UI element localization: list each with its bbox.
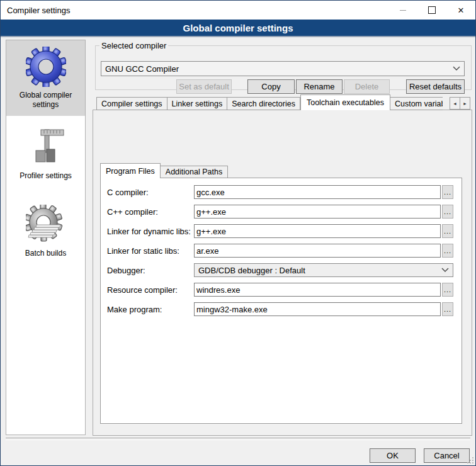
compiler-buttons-row: Set as default Copy Rename Delete Reset … <box>176 79 465 94</box>
cancel-button[interactable]: Cancel <box>424 448 470 463</box>
sidebar: Global compiler settings Profiler settin… <box>6 40 86 435</box>
resize-grip[interactable] <box>467 457 473 463</box>
field-row-debugger: Debugger: GDB/CDB debugger : Default <box>107 263 453 277</box>
tab-scroll-right-button[interactable]: ► <box>460 97 470 110</box>
dynamic-linker-input[interactable]: g++.exe <box>194 224 441 238</box>
blue-gear-icon <box>26 47 66 87</box>
selected-compiler-legend: Selected compiler <box>99 41 168 50</box>
debugger-select-value: GDB/CDB debugger : Default <box>198 266 441 275</box>
reset-defaults-button[interactable]: Reset defaults <box>406 79 465 94</box>
field-row-dynamic-linker: Linker for dynamic libs: g++.exe ... <box>107 224 453 238</box>
compiler-settings-dialog: Compiler settings ✕ Global compiler sett… <box>0 0 476 466</box>
subtab-program-files[interactable]: Program Files <box>100 163 161 178</box>
sidebar-item-label: Batch builds <box>21 249 70 258</box>
field-label: C++ compiler: <box>107 207 194 217</box>
tab-search-directories[interactable]: Search directories <box>227 97 300 110</box>
resource-compiler-input[interactable]: windres.exe <box>194 283 441 297</box>
make-program-input[interactable]: mingw32-make.exe <box>194 302 441 316</box>
chevron-down-icon <box>453 66 460 71</box>
tab-linker-settings[interactable]: Linker settings <box>167 97 228 110</box>
window-title: Compiler settings <box>1 6 388 15</box>
batch-builds-icon <box>26 205 66 245</box>
field-row-make-program: Make program: mingw32-make.exe ... <box>107 302 453 316</box>
field-label: Debugger: <box>107 266 194 275</box>
tab-scroll-left-button[interactable]: ◄ <box>450 97 460 110</box>
field-label: Make program: <box>107 305 194 314</box>
compiler-select[interactable]: GNU GCC Compiler <box>101 61 465 76</box>
subtab-additional-paths[interactable]: Additional Paths <box>161 166 228 178</box>
chevron-down-icon <box>441 268 449 273</box>
selected-compiler-group: Selected compiler GNU GCC Compiler Set a… <box>95 41 472 90</box>
minimize-icon <box>400 10 406 11</box>
ok-button[interactable]: OK <box>370 448 416 463</box>
program-files-tabstrip: Program Files Additional Paths <box>100 163 228 178</box>
tab-custom-variables[interactable]: Custom variables <box>390 97 443 110</box>
compiler-select-value: GNU GCC Compiler <box>105 64 453 74</box>
header-banner: Global compiler settings <box>1 20 475 37</box>
field-row-resource-compiler: Resource compiler: windres.exe ... <box>107 283 453 297</box>
delete-button: Delete <box>344 79 390 94</box>
sidebar-item-profiler-settings[interactable]: Profiler settings <box>6 122 85 185</box>
settings-tabstrip: Compiler settings Linker settings Search… <box>96 94 443 110</box>
static-linker-input[interactable]: ar.exe <box>194 244 441 258</box>
program-files-panel: C compiler: gcc.exe ... C++ compiler: g+… <box>100 178 462 424</box>
close-icon: ✕ <box>458 6 465 14</box>
debugger-select[interactable]: GDB/CDB debugger : Default <box>194 263 453 277</box>
browse-button[interactable]: ... <box>442 205 453 219</box>
field-row-cpp-compiler: C++ compiler: g++.exe ... <box>107 205 453 219</box>
field-label: Resource compiler: <box>107 285 194 295</box>
maximize-icon <box>428 6 436 14</box>
caliper-icon <box>26 127 66 168</box>
field-label: C compiler: <box>107 188 194 197</box>
sidebar-item-label: Global compiler settings <box>6 91 85 110</box>
tab-toolchain-executables[interactable]: Toolchain executables <box>300 94 390 110</box>
sidebar-item-batch-builds[interactable]: Batch builds <box>6 196 85 266</box>
page-title: Global compiler settings <box>183 23 293 33</box>
sidebar-item-label: Profiler settings <box>16 171 76 181</box>
maximize-button[interactable] <box>417 1 446 20</box>
browse-button[interactable]: ... <box>442 185 453 199</box>
c-compiler-input[interactable]: gcc.exe <box>194 185 441 199</box>
field-row-static-linker: Linker for static libs: ar.exe ... <box>107 244 453 258</box>
field-label: Linker for dynamic libs: <box>107 227 194 236</box>
browse-button[interactable]: ... <box>442 224 453 238</box>
field-row-c-compiler: C compiler: gcc.exe ... <box>107 185 453 199</box>
rename-button[interactable]: Rename <box>296 79 343 94</box>
field-label: Linker for static libs: <box>107 246 194 256</box>
tab-compiler-settings[interactable]: Compiler settings <box>96 97 167 110</box>
browse-button[interactable]: ... <box>442 283 453 297</box>
browse-button[interactable]: ... <box>442 302 453 316</box>
close-button[interactable]: ✕ <box>446 1 475 20</box>
titlebar: Compiler settings ✕ <box>1 1 475 20</box>
set-as-default-button: Set as default <box>176 79 232 94</box>
cpp-compiler-input[interactable]: g++.exe <box>194 205 441 219</box>
tab-scroll-buttons: ◄ ► <box>450 97 470 110</box>
browse-button[interactable]: ... <box>442 244 453 258</box>
minimize-button[interactable] <box>388 1 417 20</box>
footer-divider <box>6 438 470 440</box>
copy-button[interactable]: Copy <box>247 79 295 94</box>
sidebar-item-global-compiler-settings[interactable]: Global compiler settings <box>6 40 85 116</box>
